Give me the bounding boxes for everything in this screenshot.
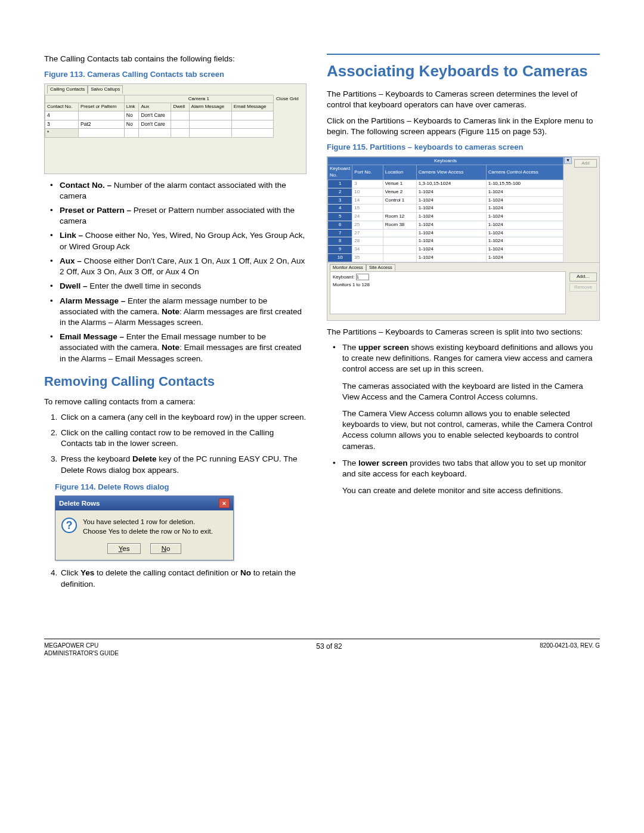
footer-left: MEGAPOWER CPU ADMINISTRATOR'S GUIDE [44, 642, 119, 658]
cell: Venue 2 [383, 188, 416, 196]
table-row[interactable]: 10351-10241-1024 [328, 254, 564, 262]
step: Click Yes to delete the calling contact … [60, 568, 306, 589]
cell: 1-1024 [416, 205, 486, 213]
col-preset: Preset or Pattern [79, 103, 125, 112]
dialog-message: You have selected 1 row for deletion. Ch… [83, 518, 213, 536]
removing-steps-cont: Click Yes to delete the calling contact … [44, 568, 306, 589]
no-button[interactable]: No [150, 543, 182, 554]
fig113-screenshot: Calling ContactsSalvo Callups Camera 1 C… [44, 83, 306, 174]
step: Click on a camera (any cell in the keybo… [60, 412, 306, 423]
cell: No [124, 112, 139, 120]
t: Choose Yes to delete the row or No to ex… [83, 527, 213, 537]
t: lower screen [358, 459, 408, 467]
cell [231, 112, 273, 120]
t: ADMINISTRATOR'S GUIDE [44, 649, 119, 658]
cell: 7 [328, 229, 352, 237]
tab-monitor-access[interactable]: Monitor Access [330, 264, 366, 271]
cell [79, 112, 125, 120]
close-icon[interactable]: × [219, 498, 230, 508]
table-row[interactable]: 210Venue 21-10241-1024 [328, 188, 564, 196]
cell: No [124, 120, 139, 128]
table-row[interactable]: 4151-10241-1024 [328, 205, 564, 213]
sub-para: The cameras associated with the keyboard… [342, 381, 600, 402]
keyboards-title: Keyboards [328, 157, 564, 165]
cell: 28 [352, 237, 383, 246]
question-icon: ? [61, 518, 77, 533]
footer-center: 53 of 82 [119, 642, 540, 651]
cell [383, 205, 416, 213]
list-item: Email Message – Enter the Email message … [44, 332, 306, 364]
cell: 25 [352, 221, 383, 229]
cell: 1,3-10,15-1024 [416, 179, 486, 188]
list-item: The upper screen shows existing keyboard… [327, 342, 600, 375]
cell: 24 [352, 213, 383, 221]
t: No [240, 568, 251, 577]
col-loc: Location [383, 165, 416, 180]
note: Note [162, 307, 179, 316]
cell [189, 112, 231, 120]
intro-text: The Calling Contacts tab contains the fo… [44, 54, 306, 64]
cell: 35 [352, 254, 383, 262]
cell: 8 [328, 237, 352, 246]
cell: 1-1024 [416, 246, 486, 254]
cell [171, 120, 189, 128]
list-item: Aux – Choose either Don't Care, Aux 1 On… [44, 256, 306, 277]
cell: 1-1024 [416, 213, 486, 221]
table-row[interactable]: 3 Pat2 No Don't Care [45, 120, 274, 128]
table-row[interactable]: 4 No Don't Care [45, 112, 274, 120]
cell [171, 112, 189, 120]
fig114-caption: Figure 114. Delete Rows dialog [55, 482, 306, 493]
table-row[interactable]: 7271-10241-1024 [328, 229, 564, 237]
cell: 3 [45, 120, 79, 128]
cell: 1-1024 [416, 196, 486, 205]
term: Email Message – [60, 332, 126, 341]
cell: Don't Care [139, 112, 171, 120]
keyboard-input[interactable] [356, 274, 369, 280]
cell: 5 [328, 213, 352, 221]
table-row[interactable]: 8281-10241-1024 [328, 237, 564, 246]
fig113-tabs: Calling ContactsSalvo Callups [45, 84, 306, 95]
footer-right: 8200-0421-03, REV. G [540, 642, 600, 650]
list-item: Contact No. – Number of the alarm contac… [44, 180, 306, 202]
list-item: Link – Choose either No, Yes, Wired, No … [44, 230, 306, 252]
col-ctrl: Camera Control Access [486, 165, 563, 180]
col-view: Camera View Access [416, 165, 486, 180]
cell: 1-1024 [486, 254, 563, 262]
term: Link – [60, 231, 85, 240]
fig113-caption: Figure 113. Cameras Calling Contacts tab… [44, 69, 306, 80]
cell: 1-1024 [486, 229, 563, 237]
col-dwell: Dwell [171, 103, 189, 112]
lower-remove-button[interactable]: Remove [569, 283, 597, 292]
table-row[interactable]: 9341-10241-1024 [328, 246, 564, 254]
keyboard-label: Keyboard: [333, 274, 354, 280]
lower-add-button[interactable]: Add… [569, 272, 597, 281]
step: Press the keyboard Delete key of the PC … [60, 454, 306, 475]
removing-intro: To remove calling contacts from a camera… [44, 397, 306, 407]
table-row[interactable]: 625Room 381-10241-1024 [328, 221, 564, 229]
fig113-table: Camera 1 Contact No. Preset or Pattern L… [45, 95, 274, 138]
col-port: Port No. [352, 165, 383, 180]
tab-site-access[interactable]: Site Access [366, 264, 395, 271]
table-row[interactable]: 314Control 11-10241-1024 [328, 196, 564, 205]
cell: 1-10,15,55-100 [486, 179, 563, 188]
fig115-screenshot: Keyboards Keyboard No. Port No. Location… [327, 156, 600, 321]
cell: Room 12 [383, 213, 416, 221]
removing-steps: Click on a camera (any cell in the keybo… [44, 412, 306, 476]
yes-button[interactable]: Yes [107, 543, 141, 554]
sub-para: You can create and delete monitor and si… [342, 485, 600, 496]
cell: 34 [352, 246, 383, 254]
note: Note [162, 343, 179, 352]
close-grid-button[interactable]: Close Grid [274, 95, 306, 138]
left-column: The Calling Contacts tab contains the fo… [44, 54, 306, 596]
table-row[interactable]: 524Room 121-10241-1024 [328, 213, 564, 221]
table-row[interactable]: 13Venue 11,3-10,15-10241-10,15,55-100 [328, 179, 564, 188]
add-button[interactable]: Add [574, 159, 597, 168]
cell: Venue 1 [383, 179, 416, 188]
scroll-down-icon[interactable]: ▼ [564, 157, 572, 164]
tab-calling-contacts[interactable]: Calling Contacts [47, 85, 88, 94]
scrollbar[interactable]: ▲ ▼ [564, 157, 572, 164]
desc: Choose either No, Yes, Wired, No Group A… [60, 231, 305, 250]
para: Click on the Partitions – Keyboards to C… [327, 116, 600, 137]
tab-salvo-callups[interactable]: Salvo Callups [88, 85, 123, 94]
table-row-new[interactable]: * [45, 129, 274, 137]
